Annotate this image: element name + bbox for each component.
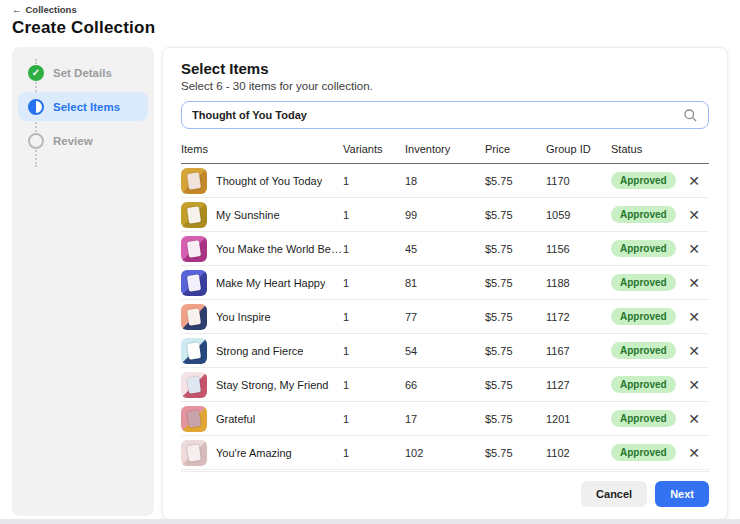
- remove-item-icon[interactable]: ✕: [688, 276, 700, 290]
- item-inventory: 102: [405, 447, 485, 459]
- create-collection-page: ← Collections Create Collection ✓ Set De…: [0, 0, 740, 520]
- item-name: My Sunshine: [216, 209, 280, 221]
- remove-item-icon[interactable]: ✕: [688, 344, 700, 358]
- step-state-icon: [28, 133, 44, 149]
- table-row: You're Amazing 1 102 $5.75 1102 Approved…: [181, 436, 709, 470]
- item-cell: Stay Strong, My Friend: [181, 372, 343, 398]
- breadcrumb-label: Collections: [26, 4, 77, 15]
- item-inventory: 66: [405, 379, 485, 391]
- cancel-button[interactable]: Cancel: [581, 481, 647, 507]
- search-box: [181, 101, 709, 129]
- status-badge: Approved: [611, 172, 676, 189]
- table-row: Grateful 1 17 $5.75 1201 Approved ✕: [181, 402, 709, 436]
- status-badge: Approved: [611, 274, 676, 291]
- select-items-panel: Select Items Select 6 - 30 items for you…: [162, 47, 728, 520]
- item-variants: 1: [343, 379, 405, 391]
- item-price: $5.75: [485, 277, 546, 289]
- remove-item-icon[interactable]: ✕: [688, 378, 700, 392]
- step-label: Set Details: [53, 67, 112, 79]
- stepper: ✓ Set Details Select Items Review: [12, 47, 154, 155]
- stepper-step[interactable]: Review: [18, 126, 148, 155]
- item-price: $5.75: [485, 413, 546, 425]
- status-badge: Approved: [611, 342, 676, 359]
- item-group-id: 1201: [546, 413, 611, 425]
- item-cell: Grateful: [181, 406, 343, 432]
- item-inventory: 45: [405, 243, 485, 255]
- item-name: Strong and Fierce: [216, 345, 303, 357]
- table-row: You Make the World Bea... 1 45 $5.75 115…: [181, 232, 709, 266]
- item-name: You're Amazing: [216, 447, 292, 459]
- item-status-cell: Approved: [611, 376, 679, 393]
- step-state-icon: ✓: [28, 65, 44, 81]
- item-cell: You're Amazing: [181, 440, 343, 466]
- search-icon[interactable]: [683, 108, 698, 123]
- page-bottom-edge: [0, 519, 740, 524]
- item-variants: 1: [343, 413, 405, 425]
- item-thumbnail: [181, 338, 207, 364]
- item-inventory: 81: [405, 277, 485, 289]
- item-thumbnail: [181, 270, 207, 296]
- remove-item-icon[interactable]: ✕: [688, 174, 700, 188]
- item-variants: 1: [343, 209, 405, 221]
- item-variants: 1: [343, 175, 405, 187]
- table-row: Strong and Fierce 1 54 $5.75 1167 Approv…: [181, 334, 709, 368]
- card-artwork: [187, 206, 201, 224]
- table-row: Stay Strong, My Friend 1 66 $5.75 1127 A…: [181, 368, 709, 402]
- card-artwork: [187, 274, 201, 292]
- breadcrumb[interactable]: ← Collections: [12, 4, 77, 15]
- remove-item-icon[interactable]: ✕: [688, 446, 700, 460]
- item-group-id: 1167: [546, 345, 611, 357]
- stepper-step[interactable]: ✓ Set Details: [18, 58, 148, 87]
- remove-item-icon[interactable]: ✕: [688, 242, 700, 256]
- remove-item-icon[interactable]: ✕: [688, 208, 700, 222]
- remove-item-icon[interactable]: ✕: [688, 412, 700, 426]
- item-thumbnail: [181, 440, 207, 466]
- item-status-cell: Approved: [611, 410, 679, 427]
- item-status-cell: Approved: [611, 172, 679, 189]
- remove-item-icon[interactable]: ✕: [688, 310, 700, 324]
- page-title: Create Collection: [12, 18, 728, 38]
- col-variants: Variants: [343, 143, 405, 155]
- item-name: Grateful: [216, 413, 255, 425]
- next-button[interactable]: Next: [655, 481, 709, 507]
- item-status-cell: Approved: [611, 240, 679, 257]
- status-badge: Approved: [611, 444, 676, 461]
- status-badge: Approved: [611, 410, 676, 427]
- col-inventory: Inventory: [405, 143, 485, 155]
- item-thumbnail: [181, 406, 207, 432]
- col-group-id: Group ID: [546, 143, 611, 155]
- item-status-cell: Approved: [611, 274, 679, 291]
- item-group-id: 1127: [546, 379, 611, 391]
- table-body: Thought of You Today 1 18 $5.75 1170 App…: [181, 164, 709, 470]
- item-variants: 1: [343, 243, 405, 255]
- stepper-step[interactable]: Select Items: [18, 92, 148, 121]
- card-artwork: [187, 240, 201, 258]
- table-row: Thought of You Today 1 18 $5.75 1170 App…: [181, 164, 709, 198]
- status-badge: Approved: [611, 240, 676, 257]
- status-badge: Approved: [611, 376, 676, 393]
- card-artwork: [187, 308, 201, 326]
- item-thumbnail: [181, 168, 207, 194]
- item-group-id: 1156: [546, 243, 611, 255]
- step-state-icon: [28, 99, 44, 115]
- item-group-id: 1188: [546, 277, 611, 289]
- item-inventory: 18: [405, 175, 485, 187]
- item-group-id: 1102: [546, 447, 611, 459]
- search-input[interactable]: [192, 109, 683, 121]
- col-price: Price: [485, 143, 546, 155]
- item-inventory: 77: [405, 311, 485, 323]
- col-status: Status: [611, 143, 679, 155]
- back-arrow-icon: ←: [12, 4, 22, 15]
- step-label: Select Items: [53, 101, 120, 113]
- col-items: Items: [181, 143, 343, 155]
- step-label: Review: [53, 135, 93, 147]
- item-cell: My Sunshine: [181, 202, 343, 228]
- item-cell: You Make the World Bea...: [181, 236, 343, 262]
- item-inventory: 17: [405, 413, 485, 425]
- item-name: Thought of You Today: [216, 175, 322, 187]
- table-row: Make My Heart Happy 1 81 $5.75 1188 Appr…: [181, 266, 709, 300]
- item-thumbnail: [181, 372, 207, 398]
- item-price: $5.75: [485, 311, 546, 323]
- panel-heading: Select Items: [181, 60, 709, 77]
- item-status-cell: Approved: [611, 206, 679, 223]
